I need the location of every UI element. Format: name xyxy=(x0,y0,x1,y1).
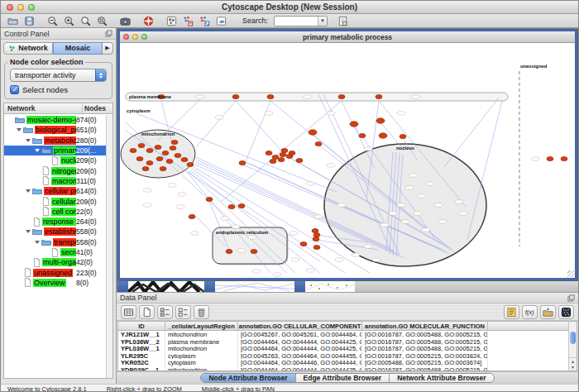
tab-mosaic[interactable]: Mosaic xyxy=(53,42,103,55)
save-session-icon[interactable] xyxy=(22,15,36,27)
tree-item[interactable]: cell communicat22(0) xyxy=(4,207,106,217)
toolbar-group xyxy=(165,15,228,27)
table-scrollbar-arrows[interactable]: ▲▼ xyxy=(569,357,577,370)
table-cell: [GO:0045267, GO:0045261, GO:0044464, G..… xyxy=(238,331,362,338)
layout-settings-icon[interactable] xyxy=(181,15,195,27)
snapshot-icon[interactable] xyxy=(118,15,132,27)
tab-node-attribute-browser[interactable]: Node Attribute Browser xyxy=(201,374,295,382)
window-titlebar[interactable]: Cytoscape Desktop (New Session) xyxy=(1,1,578,14)
tree-item[interactable]: multi-organism pro42(0) xyxy=(4,257,106,267)
search-input[interactable] xyxy=(275,17,318,26)
tree-scrollbar[interactable] xyxy=(106,115,112,378)
status-message: Welcome to Cytoscape 2.8.1 xyxy=(7,385,87,392)
table-row[interactable]: YPL036W__2plasma membrane[GO:0044464, GO… xyxy=(118,338,577,346)
column-header[interactable]: ID xyxy=(118,322,165,330)
network-canvas[interactable]: plasma membranemitochondrionnucleusendop… xyxy=(120,43,575,278)
tree-item[interactable]: primary metabo209(... xyxy=(4,146,106,155)
float-data-panel-button[interactable] xyxy=(567,294,575,302)
layout-run-icon[interactable] xyxy=(198,15,212,27)
tree-item[interactable]: secretion41(0) xyxy=(4,247,106,257)
open-session-icon[interactable] xyxy=(6,15,20,27)
table-row[interactable]: YKR052Ccytoplasm[GO:0044464, GO:0044446,… xyxy=(118,359,577,366)
select-nodes-checkbox[interactable] xyxy=(10,85,19,94)
unselect-attributes-icon[interactable] xyxy=(175,305,191,319)
toolbar-group xyxy=(118,15,132,27)
import-table-icon[interactable] xyxy=(540,305,556,319)
network-view-titlebar[interactable]: primary metabolic process xyxy=(120,31,575,43)
column-header[interactable]: annotation.GO CELLULAR_COMPONENT xyxy=(238,322,362,330)
network-column-header[interactable]: Network xyxy=(4,103,83,113)
tab-network[interactable]: Network xyxy=(3,42,53,55)
file-icon xyxy=(24,268,31,277)
plugin-manager-icon[interactable] xyxy=(336,15,350,27)
expander-icon[interactable] xyxy=(35,241,40,244)
nodes-column-header[interactable]: Nodes xyxy=(83,103,112,113)
cytoscape-window: Cytoscape Desktop (New Session) Search: … xyxy=(0,0,579,392)
column-header[interactable]: _cellularLayoutRegion xyxy=(165,322,238,330)
tree-item[interactable]: transport558(0) xyxy=(4,237,106,247)
zoom-fit-icon[interactable] xyxy=(95,15,109,27)
table-cell: YJR121W__1 xyxy=(118,331,165,338)
tree-item[interactable]: establishment of lo558(0) xyxy=(4,227,106,237)
expander-icon[interactable] xyxy=(26,189,31,193)
toolbar-group xyxy=(45,15,109,27)
table-cell: [GO:0016787, GO:0005488, GO:0005215, G..… xyxy=(362,366,488,372)
node-color-dropdown[interactable]: transporter activity xyxy=(10,69,107,82)
tree-item[interactable]: unassigned223(0) xyxy=(4,267,106,277)
table-cell: [GO:0044464, GO:0044444, GO:0044425, G..… xyxy=(238,345,362,352)
expander-icon[interactable] xyxy=(35,149,40,152)
float-control-panel-button[interactable] xyxy=(105,30,112,37)
tree-item[interactable]: Overview8(0) xyxy=(4,278,106,288)
tree-item[interactable]: metabolic process280(0) xyxy=(4,136,106,146)
network-view-window[interactable]: primary metabolic process plasma membran… xyxy=(117,29,577,280)
tree-item[interactable]: nucleobase-209(0) xyxy=(4,155,106,165)
table-scrollbar[interactable]: ▲▼ xyxy=(568,322,577,370)
network-canvas-area: plasma membranemitochondrionnucleusendop… xyxy=(120,43,575,278)
zoom-selected-icon[interactable] xyxy=(79,15,93,27)
table-scrollbar-thumb[interactable] xyxy=(570,332,576,344)
attribute-matrix-icon[interactable] xyxy=(558,305,574,319)
select-attributes-icon[interactable] xyxy=(157,305,173,319)
tree-item[interactable]: mosaic-demo-yeast874(0) xyxy=(4,115,106,125)
table-cell: [GO:0016787, GO:0005488, GO:0005215, G..… xyxy=(362,338,488,346)
vizmapper-icon[interactable] xyxy=(165,15,179,27)
main-area: Control Panel NetworkMosaic ▶ Node color… xyxy=(1,28,578,384)
attribute-grid-icon[interactable] xyxy=(121,305,136,319)
background-network-window-3[interactable] xyxy=(305,281,355,292)
tab-edge-attribute-browser[interactable]: Edge Attribute Browser xyxy=(296,374,390,382)
column-header[interactable]: annotation.GO MOLECULAR_FUNCTION xyxy=(362,322,488,330)
delete-attribute-icon[interactable] xyxy=(194,305,209,319)
zoom-out-icon[interactable] xyxy=(45,15,60,27)
folder-icon xyxy=(32,227,42,236)
svg-text:nucleus: nucleus xyxy=(396,146,414,151)
background-network-window-2[interactable] xyxy=(215,281,294,292)
table-row[interactable]: YPL036W__1mitochondrion[GO:0044464, GO:0… xyxy=(118,345,577,352)
canvas-resize-grip[interactable] xyxy=(567,270,574,277)
tree-item[interactable]: cellular metabo209(0) xyxy=(4,196,106,206)
background-network-window-1[interactable] xyxy=(128,281,204,292)
tree-item[interactable]: nitrogen compo209(0) xyxy=(4,165,106,175)
expander-icon[interactable] xyxy=(26,139,31,142)
data-panel-title: Data Panel xyxy=(120,294,157,302)
tree-item[interactable]: cellular process614(0) xyxy=(4,186,106,196)
formula-icon[interactable]: f(x) xyxy=(522,305,538,319)
expander-icon[interactable] xyxy=(26,230,31,233)
table-row[interactable]: YLR295Ccytoplasm[GO:0045263, GO:0044464,… xyxy=(118,352,577,360)
zoom-in-icon[interactable] xyxy=(62,15,76,27)
tab-overflow-button[interactable]: ▶ xyxy=(103,42,113,55)
help-icon[interactable] xyxy=(141,15,156,27)
table-row[interactable]: YJR121W__1mitochondrion[GO:0045267, GO:0… xyxy=(118,331,577,338)
search-dropdown-arrow[interactable]: ▼ xyxy=(318,17,327,26)
attribute-list-icon[interactable] xyxy=(504,305,519,319)
tree-item[interactable]: response to stimulu264(0) xyxy=(4,217,106,227)
annotation-icon[interactable] xyxy=(214,15,228,27)
tab-network-attribute-browser[interactable]: Network Attribute Browser xyxy=(390,374,493,382)
expander-icon[interactable] xyxy=(17,128,22,131)
new-row-icon[interactable] xyxy=(139,305,155,319)
table-row[interactable]: YDR039C__1mitochondrion[GO:0044464, GO:0… xyxy=(118,366,577,372)
attribute-table-header: ID_cellularLayoutRegionannotation.GO CEL… xyxy=(118,322,577,331)
tree-item-label: cellular process xyxy=(44,187,76,195)
tree-item[interactable]: biological_process651(0) xyxy=(4,125,106,135)
tree-item-node-count: 223(0) xyxy=(76,269,106,277)
tree-item[interactable]: macromolecule311(0) xyxy=(4,176,106,186)
